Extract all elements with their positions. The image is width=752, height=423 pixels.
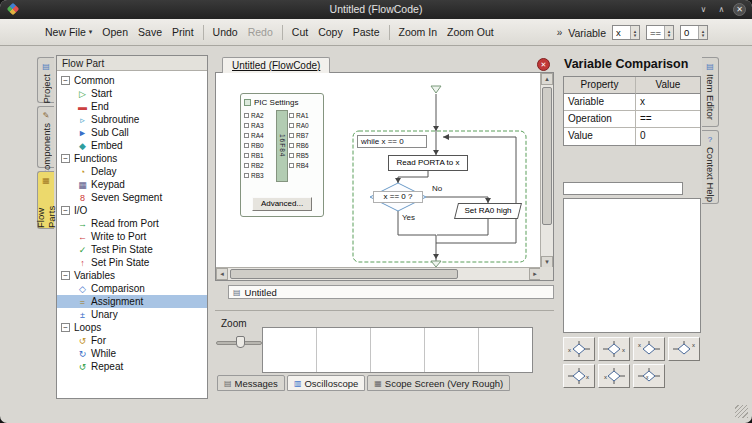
- tree-item-embed[interactable]: ◆Embed: [57, 139, 207, 152]
- tab-project[interactable]: ▤ Project: [37, 57, 54, 103]
- comparison-template-7-button[interactable]: x: [633, 364, 665, 388]
- value-cell[interactable]: x: [636, 94, 700, 111]
- tree-item-write-to-port[interactable]: ←Write to Port: [57, 230, 207, 243]
- item-editor-input[interactable]: [563, 182, 683, 195]
- new-file-button[interactable]: New File▾: [40, 22, 97, 42]
- spin-down-icon[interactable]: ▾: [668, 33, 671, 37]
- resize-grip[interactable]: [735, 405, 748, 418]
- tree-item-sub-call[interactable]: ►Sub Call: [57, 126, 207, 139]
- pin-row[interactable]: RB7: [289, 130, 320, 140]
- pin-checkbox[interactable]: [244, 123, 249, 128]
- tab-oscilloscope[interactable]: ▥ Oscilloscope: [287, 375, 365, 391]
- tree-item-seven-segment[interactable]: 8Seven Segment: [57, 191, 207, 204]
- tree-item-assignment[interactable]: =Assignment: [57, 295, 207, 308]
- property-column-header[interactable]: Property: [564, 77, 636, 94]
- pin-row[interactable]: RA3: [244, 120, 275, 130]
- horizontal-splitter[interactable]: [215, 310, 554, 311]
- maximize-button[interactable]: ∧: [715, 3, 728, 16]
- titlebar[interactable]: Untitled (FlowCode) ∨ ∧ ✕: [0, 0, 752, 19]
- horizontal-scrollbar[interactable]: ◂ ▸: [216, 267, 541, 280]
- comparison-template-5-button[interactable]: x: [563, 364, 595, 388]
- comparison-template-1-button[interactable]: x: [563, 337, 595, 361]
- pin-checkbox[interactable]: [289, 123, 294, 128]
- spin-down-icon[interactable]: ▾: [634, 33, 637, 37]
- tree-item-repeat[interactable]: ↺Repeat: [57, 360, 207, 373]
- tab-flow-parts[interactable]: ▦ Flow Parts: [37, 171, 54, 229]
- while-loop-label[interactable]: while x == 0: [357, 135, 427, 148]
- document-tab[interactable]: Untitled (FlowCode): [222, 57, 330, 73]
- decision-node-label[interactable]: x == 0 ?: [373, 191, 423, 203]
- pin-checkbox[interactable]: [289, 113, 294, 118]
- tree-item-keypad[interactable]: ▦Keypad: [57, 178, 207, 191]
- tab-components[interactable]: ✎ Components: [37, 106, 54, 168]
- tab-scope-screen[interactable]: ▦ Scope Screen (Very Rough): [367, 375, 510, 391]
- comparison-template-6-button[interactable]: x: [598, 364, 630, 388]
- tree-item-read-from-port[interactable]: →Read from Port: [57, 217, 207, 230]
- pin-checkbox[interactable]: [289, 153, 294, 158]
- tab-messages[interactable]: ▤ Messages: [217, 375, 285, 391]
- save-button[interactable]: Save: [133, 22, 167, 42]
- tree-item-unary[interactable]: ±Unary: [57, 308, 207, 321]
- pin-checkbox[interactable]: [244, 153, 249, 158]
- pin-row[interactable]: RB2: [244, 160, 275, 170]
- pin-checkbox[interactable]: [289, 163, 294, 168]
- tab-context-help[interactable]: ? Context Help: [702, 130, 719, 204]
- overflow-chevron-icon[interactable]: »: [557, 27, 563, 38]
- pin-checkbox[interactable]: [244, 113, 249, 118]
- copy-button[interactable]: Copy: [313, 22, 348, 42]
- set-ra0-node[interactable]: Set RA0 high: [454, 203, 522, 219]
- vertical-scroll-thumb[interactable]: [542, 87, 552, 225]
- read-porta-node[interactable]: Read PORTA to x: [388, 155, 468, 171]
- document-close-button[interactable]: ✕: [537, 58, 550, 71]
- variable-select[interactable]: x ▴▾: [612, 25, 640, 40]
- zoom-slider-thumb[interactable]: [236, 336, 245, 348]
- tree-group-loops[interactable]: −Loops: [57, 321, 207, 334]
- comparison-template-4-button[interactable]: x: [668, 337, 700, 361]
- tree-item-test-pin-state[interactable]: ✓Test Pin State: [57, 243, 207, 256]
- sheet-tab-bar[interactable]: ▤ Untitled: [228, 285, 554, 299]
- cut-button[interactable]: Cut: [287, 22, 313, 42]
- tab-item-editor[interactable]: ▤ Item Editor: [702, 57, 719, 127]
- operator-select[interactable]: == ▴▾: [646, 25, 674, 40]
- pin-row[interactable]: RB3: [244, 170, 275, 180]
- canvas-content[interactable]: PIC Settings RA2 RA3 RA4 RB0 RB1 RB2 RB3…: [216, 73, 541, 268]
- print-button[interactable]: Print: [167, 22, 199, 42]
- tree-item-while[interactable]: ↻While: [57, 347, 207, 360]
- pin-row[interactable]: RA0: [289, 120, 320, 130]
- tree-item-comparison[interactable]: ◇Comparison: [57, 282, 207, 295]
- scroll-left-button[interactable]: ◂: [216, 268, 228, 280]
- collapse-icon[interactable]: −: [61, 206, 70, 215]
- pin-checkbox[interactable]: [244, 133, 249, 138]
- open-button[interactable]: Open: [97, 22, 133, 42]
- comparison-template-2-button[interactable]: x: [598, 337, 630, 361]
- tree-item-set-pin-state[interactable]: ↑Set Pin State: [57, 256, 207, 269]
- pin-row[interactable]: RA1: [289, 110, 320, 120]
- pin-row[interactable]: RB0: [244, 140, 275, 150]
- value-cell[interactable]: 0: [636, 128, 700, 145]
- comparison-template-3-button[interactable]: x: [633, 337, 665, 361]
- pin-checkbox[interactable]: [244, 143, 249, 148]
- collapse-icon[interactable]: −: [61, 323, 70, 332]
- collapse-icon[interactable]: −: [61, 154, 70, 163]
- value-column-header[interactable]: Value: [636, 77, 700, 94]
- zoom-in-button[interactable]: Zoom In: [394, 22, 443, 42]
- zoom-out-button[interactable]: Zoom Out: [442, 22, 499, 42]
- minimize-button[interactable]: ∨: [697, 3, 710, 16]
- pin-row[interactable]: RA2: [244, 110, 275, 120]
- pic-check-icon[interactable]: [244, 99, 251, 106]
- pin-row[interactable]: RB4: [289, 160, 320, 170]
- pin-checkbox[interactable]: [244, 173, 249, 178]
- pin-row[interactable]: RB5: [289, 150, 320, 160]
- collapse-icon[interactable]: −: [61, 76, 70, 85]
- number-select[interactable]: 0 ▴▾: [680, 25, 708, 40]
- tree-item-for[interactable]: ↺For: [57, 334, 207, 347]
- tree-group-common[interactable]: −Common: [57, 74, 207, 87]
- collapse-icon[interactable]: −: [61, 271, 70, 280]
- pin-row[interactable]: RA4: [244, 130, 275, 140]
- paste-button[interactable]: Paste: [348, 22, 385, 42]
- tree-item-delay[interactable]: ◔Delay: [57, 165, 207, 178]
- scroll-up-button[interactable]: ▴: [541, 73, 553, 85]
- vertical-scrollbar[interactable]: ▴ ▾: [540, 73, 553, 268]
- pin-checkbox[interactable]: [289, 143, 294, 148]
- tree-group-functions[interactable]: −Functions: [57, 152, 207, 165]
